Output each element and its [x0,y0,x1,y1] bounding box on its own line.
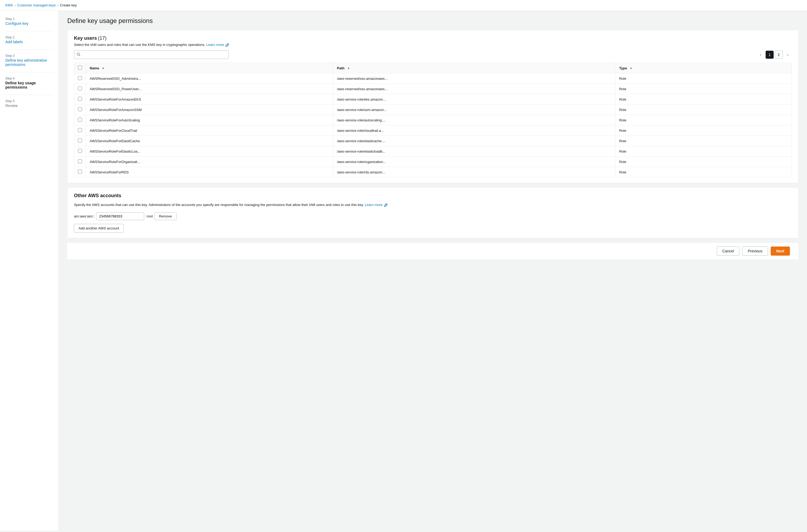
breadcrumb: KMS › Customer managed keys › Create key [0,0,807,11]
row-name-7: AWSServiceRoleForElasticLoa... [86,146,333,157]
row-path-6: /aws-service-role/elasticache.... [333,136,615,146]
row-checkbox-7[interactable] [78,149,82,153]
next-button[interactable]: Next [771,247,790,255]
th-type: Type ▼ [615,63,791,73]
other-accounts-description: Specify the AWS accounts that can use th… [74,202,792,208]
table-row: AWSServiceRoleForElasticLoa... /aws-serv… [74,146,791,157]
row-name-2: AWSServiceRoleForAmazonEKS [86,94,333,104]
row-name-6: AWSServiceRoleForElastiCache [86,136,333,146]
row-checkbox-cell [74,157,86,167]
row-name-5: AWSServiceRoleForCloudTrail [86,126,333,136]
search-bar-row: ‹ 1 2 › [74,51,792,59]
sidebar-item-usage-permissions: Define key usage permissions [5,81,36,89]
step-5-label: Step 5 [5,99,53,103]
footer-bar: Cancel Previous Next [67,243,799,259]
step-3-label: Step 3 [5,54,53,58]
remove-account-button[interactable]: Remove [154,212,176,220]
previous-button[interactable]: Previous [742,247,768,255]
table-row: AWSServiceRoleForAutoScaling /aws-servic… [74,115,791,126]
arn-suffix: :root [146,214,153,218]
row-checkbox-cell [74,104,86,115]
row-checkbox-0[interactable] [78,76,82,80]
sidebar-step-3: Step 3 Define key administrative permiss… [5,54,53,67]
row-checkbox-cell [74,167,86,177]
table-row: AWSServiceRoleForCloudTrail /aws-service… [74,126,791,136]
row-checkbox-cell [74,136,86,146]
key-users-learn-more[interactable]: Learn more [206,43,229,47]
table-row: AWSReservedSSO_PowerUser... /aws-reserve… [74,84,791,94]
table-row: AWSServiceRoleForElastiCache /aws-servic… [74,136,791,146]
key-users-table: Name ▼ Path ▼ Type ▼ [74,63,792,177]
row-name-3: AWSServiceRoleForAmazonSSM [86,104,333,115]
search-icon [77,53,80,57]
row-checkbox-9[interactable] [78,170,82,174]
step-2-label: Step 2 [5,36,53,39]
row-name-0: AWSReservedSSO_Administra... [86,73,333,84]
row-checkbox-cell [74,115,86,126]
row-checkbox-cell [74,94,86,104]
pagination-next[interactable]: › [784,51,792,59]
path-sort-icon: ▼ [347,67,350,70]
type-sort-icon: ▼ [630,67,633,70]
pagination-prev[interactable]: ‹ [756,51,765,59]
table-row: AWSServiceRoleForAmazonEKS /aws-service-… [74,94,791,104]
row-name-8: AWSServiceRoleForOrganizati... [86,157,333,167]
pagination-page-2[interactable]: 2 [775,51,783,59]
breadcrumb-kms[interactable]: KMS [5,3,13,7]
breadcrumb-cmk[interactable]: Customer managed keys [17,3,56,7]
row-checkbox-6[interactable] [78,138,82,142]
row-checkbox-cell [74,73,86,84]
row-path-8: /aws-service-role/organization... [333,157,615,167]
pagination-page-1[interactable]: 1 [766,51,774,59]
row-path-3: /aws-service-role/ssm.amazon... [333,104,615,115]
row-type-4: Role [615,115,791,126]
svg-line-2 [79,55,80,56]
arn-account-input[interactable] [96,212,144,220]
sidebar-item-add-labels[interactable]: Add labels [5,40,23,44]
search-input-wrap [74,51,229,59]
th-select-all [74,63,86,73]
breadcrumb-sep-1: › [14,3,16,7]
key-users-card: Key users (17) Select the IAM users and … [67,30,799,183]
row-checkbox-4[interactable] [78,118,82,122]
checkbox-select-all[interactable] [78,65,82,70]
row-name-1: AWSReservedSSO_PowerUser... [86,84,333,94]
cancel-button[interactable]: Cancel [717,247,740,255]
row-type-8: Role [615,157,791,167]
other-accounts-title: Other AWS accounts [74,193,792,198]
row-path-4: /aws-service-role/autoscaling.... [333,115,615,126]
main-content: Define key usage permissions Key users (… [59,11,807,531]
key-users-description: Select the IAM users and roles that can … [74,43,792,47]
sidebar-item-admin-permissions[interactable]: Define key administrative permissions [5,58,47,67]
sidebar-item-configure-key[interactable]: Configure key [5,21,28,25]
sidebar-step-4: Step 4 Define key usage permissions [5,77,53,89]
row-checkbox-2[interactable] [78,97,82,101]
other-accounts-learn-more[interactable]: Learn more [365,203,387,207]
step-4-label: Step 4 [5,77,53,80]
row-name-4: AWSServiceRoleForAutoScaling [86,115,333,126]
row-checkbox-8[interactable] [78,159,82,163]
row-type-1: Role [615,84,791,94]
row-checkbox-1[interactable] [78,87,82,91]
table-row: AWSServiceRoleForRDS /aws-service-role/r… [74,167,791,177]
key-users-title: Key users [74,36,97,41]
key-users-count-val: (17) [98,36,107,41]
row-checkbox-5[interactable] [78,128,82,132]
add-account-button[interactable]: Add another AWS account [74,224,124,233]
row-path-2: /aws-service-role/eks.amazon... [333,94,615,104]
row-path-1: /aws-reserved/sso.amazonaws... [333,84,615,94]
row-type-7: Role [615,146,791,157]
row-type-2: Role [615,94,791,104]
arn-row: arn:aws:iam:: :root Remove [74,212,792,220]
row-path-5: /aws-service-role/cloudtrail.a... [333,126,615,136]
row-path-0: /aws-reserved/sso.amazonaws... [333,73,615,84]
th-name: Name ▼ [86,63,333,73]
row-checkbox-3[interactable] [78,107,82,111]
arn-prefix: arn:aws:iam:: [74,214,94,218]
name-sort-icon: ▼ [102,67,105,70]
row-type-6: Role [615,136,791,146]
search-input[interactable] [74,51,229,59]
external-link-icon [225,43,229,47]
sidebar-step-1: Step 1 Configure key [5,17,53,25]
sidebar: Step 1 Configure key Step 2 Add labels S… [0,11,59,531]
